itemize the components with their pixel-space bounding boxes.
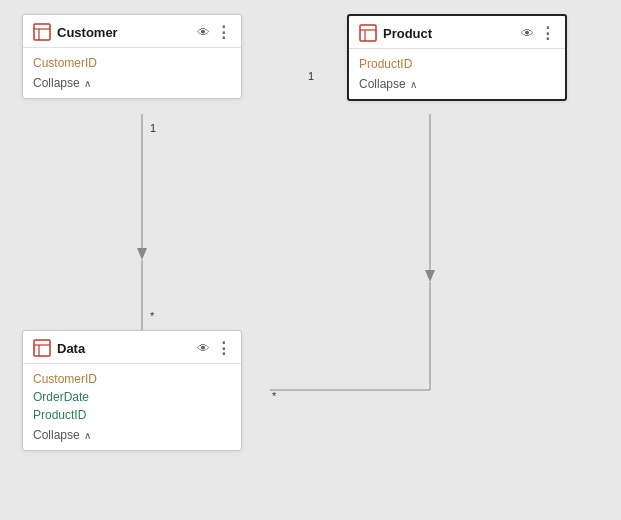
svg-text:*: * [272,390,277,402]
data-table-icon [33,339,51,357]
svg-marker-6 [425,270,435,282]
diagram-canvas: 1 * 1 * Customer 👁 ⋮ Custome [0,0,621,520]
product-table-icon [359,24,377,42]
data-title: Data [57,341,191,356]
svg-text:1: 1 [150,122,156,134]
customer-more-icon[interactable]: ⋮ [216,23,231,41]
data-more-icon[interactable]: ⋮ [216,339,231,357]
product-chevron-up-icon: ∧ [410,79,417,90]
product-more-icon[interactable]: ⋮ [540,24,555,42]
svg-text:1: 1 [308,70,314,82]
data-chevron-up-icon: ∧ [84,430,91,441]
customer-card-header: Customer 👁 ⋮ [23,15,241,48]
customer-field-customerid: CustomerID [33,54,231,72]
customer-collapse[interactable]: Collapse ∧ [33,72,231,92]
customer-title: Customer [57,25,191,40]
data-card-body: CustomerID OrderDate ProductID Collapse … [23,364,241,450]
data-field-productid: ProductID [33,406,231,424]
data-collapse[interactable]: Collapse ∧ [33,424,231,444]
product-title: Product [383,26,515,41]
svg-rect-14 [360,25,376,41]
data-field-orderdate: OrderDate [33,388,231,406]
data-field-customerid: CustomerID [33,370,231,388]
data-table-card[interactable]: Data 👁 ⋮ CustomerID OrderDate ProductID … [22,330,242,451]
svg-rect-17 [34,340,50,356]
data-card-header: Data 👁 ⋮ [23,331,241,364]
svg-text:*: * [150,310,155,322]
customer-chevron-up-icon: ∧ [84,78,91,89]
customer-header-icons: 👁 ⋮ [197,23,231,41]
product-card-header: Product 👁 ⋮ [349,16,565,49]
customer-table-icon [33,23,51,41]
svg-rect-11 [34,24,50,40]
product-card-body: ProductID Collapse ∧ [349,49,565,99]
customer-card-body: CustomerID Collapse ∧ [23,48,241,98]
product-collapse[interactable]: Collapse ∧ [359,73,555,93]
product-eye-icon[interactable]: 👁 [521,26,534,41]
data-header-icons: 👁 ⋮ [197,339,231,357]
data-eye-icon[interactable]: 👁 [197,341,210,356]
product-field-productid: ProductID [359,55,555,73]
svg-marker-1 [137,248,147,260]
customer-eye-icon[interactable]: 👁 [197,25,210,40]
product-header-icons: 👁 ⋮ [521,24,555,42]
customer-table-card[interactable]: Customer 👁 ⋮ CustomerID Collapse ∧ [22,14,242,99]
product-table-card[interactable]: Product 👁 ⋮ ProductID Collapse ∧ [347,14,567,101]
